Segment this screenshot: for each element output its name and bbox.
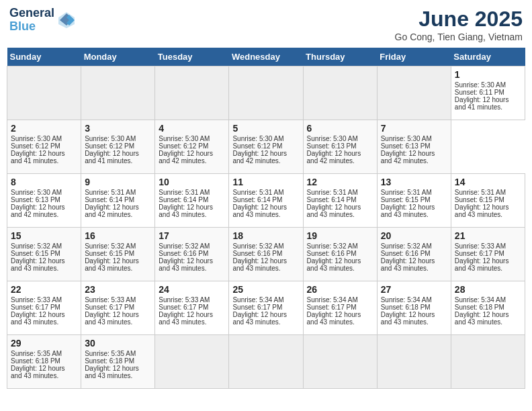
calendar-cell-28: 28Sunrise: 5:34 AMSunset: 6:18 PMDayligh… [451, 281, 525, 335]
calendar-cell-empty [155, 66, 229, 120]
calendar-cell-16: 16Sunrise: 5:32 AMSunset: 6:15 PMDayligh… [81, 228, 155, 281]
calendar-cell-4: 4Sunrise: 5:30 AMSunset: 6:12 PMDaylight… [155, 120, 229, 174]
calendar-cell-17: 17Sunrise: 5:32 AMSunset: 6:16 PMDayligh… [155, 228, 229, 281]
weekday-header-wednesday: Wednesday [229, 48, 303, 66]
page-header: GeneralBlue June 2025 Go Cong, Tien Gian… [7, 7, 525, 42]
weekday-header-saturday: Saturday [451, 48, 525, 66]
weekday-header-tuesday: Tuesday [155, 48, 229, 66]
month-title: June 2025 [395, 7, 523, 32]
calendar-cell-7: 7Sunrise: 5:30 AMSunset: 6:13 PMDaylight… [377, 120, 451, 174]
calendar-cell-5: 5Sunrise: 5:30 AMSunset: 6:12 PMDaylight… [229, 120, 303, 174]
calendar-cell-24: 24Sunrise: 5:33 AMSunset: 6:17 PMDayligh… [155, 281, 229, 335]
calendar-cell-1: 1Sunrise: 5:30 AMSunset: 6:11 PMDaylight… [451, 66, 525, 120]
calendar-cell-empty [7, 66, 81, 120]
calendar-cell-11: 11Sunrise: 5:31 AMSunset: 6:14 PMDayligh… [229, 174, 303, 228]
calendar-cell-23: 23Sunrise: 5:33 AMSunset: 6:17 PMDayligh… [81, 281, 155, 335]
calendar-week: 1Sunrise: 5:30 AMSunset: 6:11 PMDaylight… [7, 66, 525, 120]
calendar-cell-20: 20Sunrise: 5:32 AMSunset: 6:16 PMDayligh… [377, 228, 451, 281]
calendar-cell-25: 25Sunrise: 5:34 AMSunset: 6:17 PMDayligh… [229, 281, 303, 335]
calendar-cell-12: 12Sunrise: 5:31 AMSunset: 6:14 PMDayligh… [303, 174, 377, 228]
calendar-cell-8: 8Sunrise: 5:30 AMSunset: 6:13 PMDaylight… [7, 174, 81, 228]
calendar-cell-15: 15Sunrise: 5:32 AMSunset: 6:15 PMDayligh… [7, 228, 81, 281]
logo: GeneralBlue [9, 7, 76, 34]
calendar-cell-14: 14Sunrise: 5:31 AMSunset: 6:15 PMDayligh… [451, 174, 525, 228]
calendar-cell-empty [377, 335, 451, 389]
calendar-cell-29: 29Sunrise: 5:35 AMSunset: 6:18 PMDayligh… [7, 335, 81, 389]
calendar-cell-2: 2Sunrise: 5:30 AMSunset: 6:12 PMDaylight… [7, 120, 81, 174]
calendar-cell-18: 18Sunrise: 5:32 AMSunset: 6:16 PMDayligh… [229, 228, 303, 281]
calendar-cell-26: 26Sunrise: 5:34 AMSunset: 6:17 PMDayligh… [303, 281, 377, 335]
calendar-cell-empty [303, 66, 377, 120]
calendar-cell-empty [451, 335, 525, 389]
logo-icon [57, 11, 76, 30]
calendar-cell-empty [229, 66, 303, 120]
calendar-cell-19: 19Sunrise: 5:32 AMSunset: 6:16 PMDayligh… [303, 228, 377, 281]
calendar-cell-empty [229, 335, 303, 389]
location: Go Cong, Tien Giang, Vietnam [395, 32, 523, 42]
calendar-cell-10: 10Sunrise: 5:31 AMSunset: 6:14 PMDayligh… [155, 174, 229, 228]
calendar-cell-empty [81, 66, 155, 120]
calendar-cell-22: 22Sunrise: 5:33 AMSunset: 6:17 PMDayligh… [7, 281, 81, 335]
weekday-header-sunday: Sunday [7, 48, 81, 66]
calendar-cell-9: 9Sunrise: 5:31 AMSunset: 6:14 PMDaylight… [81, 174, 155, 228]
calendar-cell-3: 3Sunrise: 5:30 AMSunset: 6:12 PMDaylight… [81, 120, 155, 174]
logo-text: GeneralBlue [9, 7, 54, 34]
calendar-week: 29Sunrise: 5:35 AMSunset: 6:18 PMDayligh… [7, 335, 525, 389]
calendar-cell-27: 27Sunrise: 5:34 AMSunset: 6:18 PMDayligh… [377, 281, 451, 335]
calendar-week: 8Sunrise: 5:30 AMSunset: 6:13 PMDaylight… [7, 174, 525, 228]
calendar-week: 15Sunrise: 5:32 AMSunset: 6:15 PMDayligh… [7, 228, 525, 281]
calendar-cell-empty [155, 335, 229, 389]
header-row: SundayMondayTuesdayWednesdayThursdayFrid… [7, 48, 525, 66]
title-area: June 2025 Go Cong, Tien Giang, Vietnam [395, 7, 523, 42]
calendar-week: 22Sunrise: 5:33 AMSunset: 6:17 PMDayligh… [7, 281, 525, 335]
calendar-week: 2Sunrise: 5:30 AMSunset: 6:12 PMDaylight… [7, 120, 525, 174]
calendar-cell-30: 30Sunrise: 5:35 AMSunset: 6:18 PMDayligh… [81, 335, 155, 389]
calendar-cell-21: 21Sunrise: 5:33 AMSunset: 6:17 PMDayligh… [451, 228, 525, 281]
calendar-cell-empty [303, 335, 377, 389]
weekday-header-friday: Friday [377, 48, 451, 66]
calendar-table: SundayMondayTuesdayWednesdayThursdayFrid… [7, 48, 525, 389]
calendar-cell-empty [377, 66, 451, 120]
calendar-cell-6: 6Sunrise: 5:30 AMSunset: 6:13 PMDaylight… [303, 120, 377, 174]
weekday-header-thursday: Thursday [303, 48, 377, 66]
weekday-header-monday: Monday [81, 48, 155, 66]
calendar-cell-13: 13Sunrise: 5:31 AMSunset: 6:15 PMDayligh… [377, 174, 451, 228]
